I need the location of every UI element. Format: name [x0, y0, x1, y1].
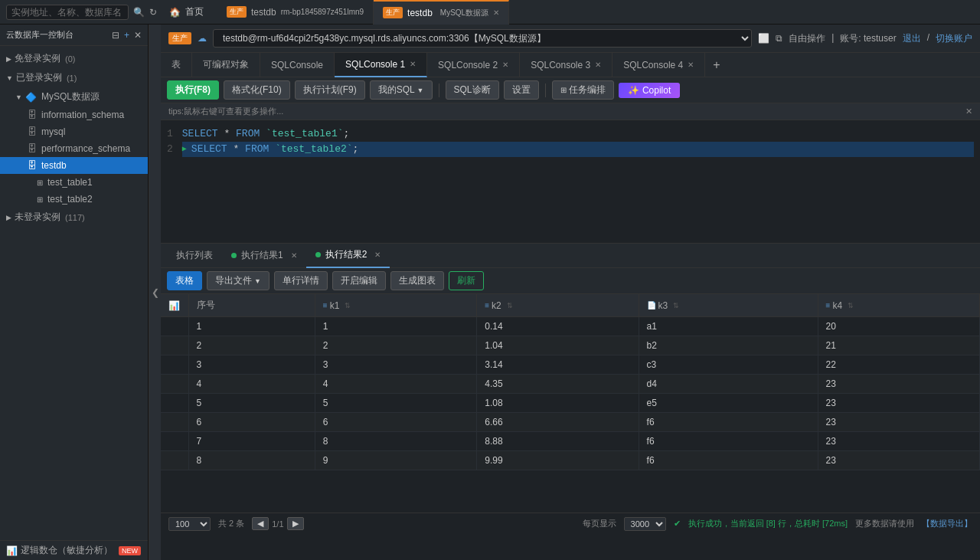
next-page-btn[interactable]: ▶ [287, 517, 304, 530]
search-area: 🔍 ↻ [6, 5, 157, 20]
table-row: 7 8 8.88 f6 23 [161, 432, 980, 451]
sidebar-item-perf-schema[interactable]: 🗄 performance_schema [0, 140, 148, 157]
sidebar-header-icons: ⊟ + ✕ [112, 30, 142, 41]
close-result1[interactable]: ✕ [291, 251, 297, 260]
th-k4[interactable]: ≡ k4 ⇅ [818, 294, 979, 317]
th-seq[interactable]: 序号 [188, 294, 315, 317]
tab-testdb-1[interactable]: 生产 testdb rm-bp1845897z451lmn9 [217, 0, 374, 25]
export-label: 导出文件 [215, 274, 252, 287]
page-size-select[interactable]: 100 500 1000 3000 [168, 517, 211, 531]
close-result2[interactable]: ✕ [374, 251, 381, 259]
switch-link[interactable]: 切换账户 [936, 32, 972, 45]
cell-k1-3: 4 [315, 375, 476, 394]
close-sql1[interactable]: ✕ [410, 60, 416, 68]
filter-icon[interactable]: ⊟ [112, 30, 119, 41]
expand-icon[interactable]: ⬜ [758, 33, 769, 44]
sql-line-2[interactable]: ▶ SELECT * FROM `test_table2` ; [182, 142, 974, 157]
copilot-label: Copilot [642, 85, 671, 96]
results-tab-result1[interactable]: 执行结果1 ✕ [222, 244, 306, 268]
task-button[interactable]: ⊞ 任务编排 [552, 80, 614, 100]
logout-link[interactable]: 退出 [903, 32, 921, 45]
sort-k2[interactable]: ⇅ [507, 302, 513, 309]
sub-tab-sql4[interactable]: SQLConsole 4 ✕ [612, 53, 705, 77]
th-k1[interactable]: ≡ k1 ⇅ [315, 294, 476, 317]
sub-tab-sql3[interactable]: SQLConsole 3 ✕ [520, 53, 612, 77]
schema-icon-2: 🗄 [28, 126, 37, 137]
refresh-btn[interactable]: 刷新 [449, 271, 484, 290]
chart-btn[interactable]: 生成图表 [390, 271, 444, 290]
sub-tab-sql2[interactable]: SQLConsole 2 ✕ [427, 53, 520, 77]
settings-button[interactable]: 设置 [504, 80, 539, 100]
run-button[interactable]: 执行(F8) [167, 80, 219, 100]
sidebar-collapse-btn[interactable]: ❮ [149, 25, 161, 560]
results-tab-exec-list[interactable]: 执行列表 [167, 244, 222, 268]
cell-chart-3 [161, 375, 188, 394]
table-row: 3 3 3.14 c3 22 [161, 355, 980, 375]
sub-tab-table[interactable]: 表 [161, 53, 192, 77]
cell-k1-4: 5 [315, 394, 476, 413]
rows-per-page-select[interactable]: 3000 [624, 517, 666, 531]
close-sql2[interactable]: ✕ [502, 61, 508, 69]
search-icon[interactable]: 🔍 [133, 7, 145, 18]
sidebar-label-info-schema: information_schema [41, 110, 124, 120]
cell-k4-3: 23 [818, 375, 979, 394]
diagnose-button[interactable]: SQL诊断 [446, 80, 499, 100]
add-icon[interactable]: + [124, 30, 129, 41]
sidebar-item-registered[interactable]: ▼ 已登录实例 (1) [0, 68, 148, 87]
sql-editor[interactable]: 1 2 SELECT * FROM `test_table1` ; ▶ SELE… [161, 120, 980, 243]
separator2: / [927, 32, 929, 45]
edit-btn[interactable]: 开启编辑 [332, 271, 386, 290]
close-sql4[interactable]: ✕ [688, 61, 694, 69]
add-tab-btn[interactable]: + [705, 58, 727, 72]
sort-k4[interactable]: ⇅ [848, 302, 854, 309]
results-tab-result2[interactable]: 执行结果2 ✕ [306, 244, 390, 268]
close-tab-2[interactable]: ✕ [493, 8, 499, 17]
search-input[interactable] [6, 5, 129, 20]
th-k3[interactable]: 📄 k3 ⇅ [639, 294, 818, 317]
cell-k2-7: 9.99 [477, 451, 639, 470]
results-table-container[interactable]: 📊 序号 ≡ k1 ⇅ [161, 294, 980, 513]
sidebar-item-analytics[interactable]: 📊 逻辑数仓（敏捷分析） NEW [0, 541, 148, 560]
sub-tab-sql1[interactable]: SQLConsole 1 ✕ [335, 53, 427, 77]
chart-header[interactable]: 📊 [161, 294, 188, 317]
copilot-button[interactable]: ✨ Copilot [619, 83, 680, 98]
results-toolbar: 表格 导出文件 ▼ 单行详情 开启编辑 生成图表 刷新 [161, 268, 980, 294]
table-view-btn[interactable]: 表格 [167, 271, 202, 290]
detail-btn[interactable]: 单行详情 [274, 271, 328, 290]
sidebar-item-testdb[interactable]: 🗄 testdb [0, 157, 148, 174]
sidebar-item-test-table1[interactable]: ⊞ test_table1 [0, 174, 148, 191]
sub-tab-sql-console[interactable]: SQLConsole [260, 53, 335, 77]
refresh-icon[interactable]: ↻ [149, 7, 157, 18]
sort-k3[interactable]: ⇅ [673, 302, 679, 309]
my-sql-button[interactable]: 我的SQL ▼ [370, 80, 433, 100]
tab-testdb-2[interactable]: 生产 testdb MySQL数据源 ✕ [374, 0, 509, 25]
connection-select[interactable]: testdb@rm-uf6d4cpi2r5g438yc.mysql.rds.al… [213, 29, 752, 47]
close-sidebar-icon[interactable]: ✕ [134, 30, 142, 41]
close-sql3[interactable]: ✕ [595, 61, 601, 69]
sub-tab-prog[interactable]: 可编程对象 [192, 53, 260, 77]
sidebar-section: ▶ 免登录实例 (0) ▼ 已登录实例 (1) ▼ 🔷 MySQL数据源 🗄 i… [0, 46, 148, 230]
sub-tab-sql3-label: SQLConsole 3 [531, 60, 590, 70]
export-btn[interactable]: 导出文件 ▼ [207, 271, 270, 290]
sql-line-1[interactable]: SELECT * FROM `test_table1` ; [182, 126, 974, 142]
sidebar-item-unregistered[interactable]: ▶ 免登录实例 (0) [0, 49, 148, 68]
format-button[interactable]: 格式化(F10) [224, 80, 290, 100]
sidebar-item-unregistered-instances[interactable]: ▶ 未登录实例 (117) [0, 208, 148, 227]
cell-k3-7: f6 [639, 451, 818, 470]
kw-table-1: `test_table1` [266, 126, 343, 142]
sidebar-item-test-table2[interactable]: ⊞ test_table2 [0, 191, 148, 208]
sidebar-item-mysql[interactable]: 🗄 mysql [0, 123, 148, 140]
plan-button[interactable]: 执行计划(F9) [295, 80, 365, 100]
sql-lines[interactable]: SELECT * FROM `test_table1` ; ▶ SELECT *… [182, 126, 974, 237]
kw-select-2: SELECT [191, 142, 227, 157]
close-tips-icon[interactable]: ✕ [965, 106, 972, 116]
new-badge: NEW [119, 546, 141, 555]
prev-page-btn[interactable]: ◀ [252, 517, 269, 530]
sort-k1[interactable]: ⇅ [345, 302, 351, 309]
copy-icon[interactable]: ⧉ [776, 33, 782, 44]
sidebar-item-info-schema[interactable]: 🗄 information_schema [0, 106, 148, 123]
kw-star-1: * [224, 126, 230, 142]
sidebar-item-mysql-ds[interactable]: ▼ 🔷 MySQL数据源 [0, 87, 148, 106]
th-k2[interactable]: ≡ k2 ⇅ [477, 294, 639, 317]
export-link[interactable]: 【数据导出】 [922, 518, 972, 529]
